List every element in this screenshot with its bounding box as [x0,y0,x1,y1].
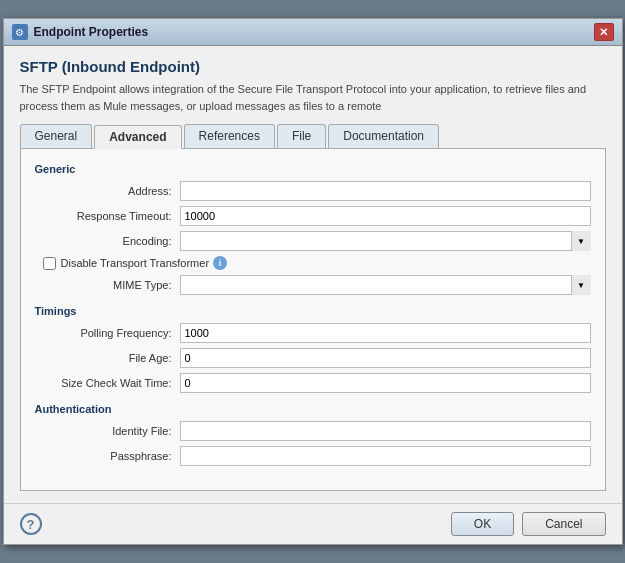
tab-documentation[interactable]: Documentation [328,124,439,148]
disable-transport-row: Disable Transport Transformer i [35,256,591,270]
dialog-description: The SFTP Endpoint allows integration of … [20,81,606,114]
encoding-select[interactable] [180,231,591,251]
title-bar-left: ⚙ Endpoint Properties [12,24,149,40]
footer-buttons: OK Cancel [451,512,606,536]
passphrase-input[interactable] [180,446,591,466]
tab-general[interactable]: General [20,124,93,148]
ok-button[interactable]: OK [451,512,514,536]
encoding-row: Encoding: ▼ [35,231,591,251]
mime-type-row: MIME Type: ▼ [35,275,591,295]
encoding-select-wrapper: ▼ [180,231,591,251]
mime-type-select-wrapper: ▼ [180,275,591,295]
address-label: Address: [35,185,180,197]
tabs-container: General Advanced References File Documen… [20,124,606,149]
disable-transport-label: Disable Transport Transformer [61,257,210,269]
response-timeout-row: Response Timeout: [35,206,591,226]
endpoint-properties-window: ⚙ Endpoint Properties ✕ SFTP (Inbound En… [3,18,623,545]
passphrase-label: Passphrase: [35,450,180,462]
window-title: Endpoint Properties [34,25,149,39]
file-age-row: File Age: [35,348,591,368]
info-icon[interactable]: i [213,256,227,270]
footer: ? OK Cancel [4,503,622,544]
mime-type-select[interactable] [180,275,591,295]
help-button[interactable]: ? [20,513,42,535]
disable-transport-checkbox[interactable] [43,257,56,270]
encoding-label: Encoding: [35,235,180,247]
identity-file-row: Identity File: [35,421,591,441]
generic-section: Generic Address: Response Timeout: Encod… [35,163,591,295]
size-check-input[interactable] [180,373,591,393]
passphrase-row: Passphrase: [35,446,591,466]
tab-panel: Generic Address: Response Timeout: Encod… [20,149,606,491]
address-input[interactable] [180,181,591,201]
window-content: SFTP (Inbound Endpoint) The SFTP Endpoin… [4,46,622,503]
timings-section-title: Timings [35,305,591,317]
tab-file[interactable]: File [277,124,326,148]
tab-advanced[interactable]: Advanced [94,125,181,149]
mime-type-label: MIME Type: [35,279,180,291]
tab-references[interactable]: References [184,124,275,148]
timings-section: Timings Polling Frequency: File Age: Siz… [35,305,591,393]
response-timeout-input[interactable] [180,206,591,226]
response-timeout-label: Response Timeout: [35,210,180,222]
authentication-section-title: Authentication [35,403,591,415]
close-button[interactable]: ✕ [594,23,614,41]
dialog-title: SFTP (Inbound Endpoint) [20,58,606,75]
polling-freq-input[interactable] [180,323,591,343]
cancel-button[interactable]: Cancel [522,512,605,536]
address-row: Address: [35,181,591,201]
authentication-section: Authentication Identity File: Passphrase… [35,403,591,466]
size-check-row: Size Check Wait Time: [35,373,591,393]
file-age-label: File Age: [35,352,180,364]
generic-section-title: Generic [35,163,591,175]
size-check-label: Size Check Wait Time: [35,377,180,389]
window-icon: ⚙ [12,24,28,40]
title-bar: ⚙ Endpoint Properties ✕ [4,19,622,46]
polling-freq-row: Polling Frequency: [35,323,591,343]
identity-file-label: Identity File: [35,425,180,437]
file-age-input[interactable] [180,348,591,368]
identity-file-input[interactable] [180,421,591,441]
polling-freq-label: Polling Frequency: [35,327,180,339]
